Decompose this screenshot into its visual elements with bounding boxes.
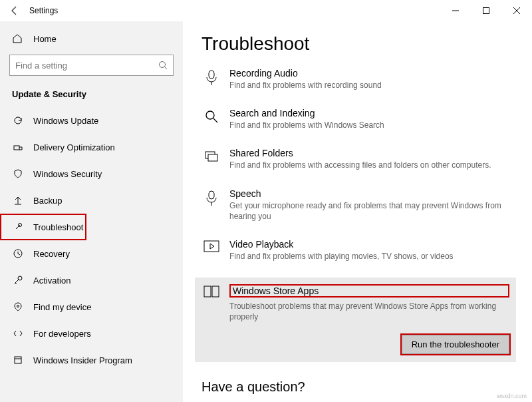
search-input[interactable] bbox=[15, 61, 158, 71]
troubleshooter-title: Search and Indexing bbox=[229, 108, 512, 118]
svg-rect-27 bbox=[212, 286, 219, 297]
insider-icon bbox=[12, 355, 24, 365]
content-area: Troubleshoot Recording Audio Find and fi… bbox=[183, 21, 532, 402]
troubleshooter-windows-store-apps[interactable]: Windows Store Apps Troubleshoot problems… bbox=[195, 278, 516, 361]
troubleshooter-speech[interactable]: Speech Get your microphone ready and fix… bbox=[201, 187, 512, 223]
troubleshooter-shared-folders[interactable]: Shared Folders Find and fix problems wit… bbox=[201, 146, 512, 172]
troubleshooter-recording-audio[interactable]: Recording Audio Find and fix problems wi… bbox=[201, 67, 512, 92]
svg-rect-23 bbox=[209, 191, 214, 199]
sidebar-item-backup[interactable]: Backup bbox=[0, 187, 183, 214]
svg-rect-26 bbox=[204, 286, 211, 297]
question-heading: Have a question? bbox=[201, 379, 512, 395]
troubleshooter-desc: Troubleshoot problems that may prevent W… bbox=[229, 301, 509, 322]
wrench-icon bbox=[12, 222, 24, 232]
search-icon bbox=[201, 109, 221, 124]
svg-point-4 bbox=[160, 62, 166, 68]
sidebar-item-label: Delivery Optimization bbox=[33, 142, 115, 152]
microphone-icon bbox=[201, 69, 221, 87]
folder-icon bbox=[201, 149, 221, 164]
troubleshooter-title: Windows Store Apps bbox=[229, 284, 509, 298]
sidebar-home-label: Home bbox=[33, 34, 57, 44]
shield-icon bbox=[12, 168, 24, 179]
minimize-button[interactable] bbox=[440, 0, 471, 21]
troubleshooter-desc: Find and fix problems with recording sou… bbox=[229, 80, 512, 91]
sidebar-item-activation[interactable]: Activation bbox=[0, 267, 183, 294]
location-icon bbox=[12, 302, 24, 312]
back-button[interactable] bbox=[9, 5, 23, 16]
svg-rect-17 bbox=[209, 71, 214, 79]
svg-rect-25 bbox=[204, 241, 219, 252]
svg-line-5 bbox=[165, 67, 168, 70]
search-icon bbox=[158, 61, 168, 70]
troubleshooter-title: Video Playback bbox=[229, 239, 512, 250]
watermark: wsxdn.com bbox=[497, 393, 527, 399]
window-title: Settings bbox=[29, 6, 58, 15]
troubleshooter-list: Recording Audio Find and fix problems wi… bbox=[201, 67, 512, 362]
key-icon bbox=[12, 275, 24, 286]
troubleshooter-desc: Find and fix problems with Windows Searc… bbox=[229, 120, 512, 130]
svg-line-20 bbox=[213, 118, 217, 122]
sidebar-item-troubleshoot[interactable]: Troubleshoot bbox=[0, 214, 86, 240]
maximize-button[interactable] bbox=[471, 0, 501, 21]
troubleshooter-desc: Get your microphone ready and fix proble… bbox=[229, 200, 512, 222]
sidebar-item-label: Find my device bbox=[33, 302, 91, 312]
troubleshooter-video-playback[interactable]: Video Playback Find and fix problems wit… bbox=[201, 238, 512, 263]
sidebar-item-find-device[interactable]: Find my device bbox=[0, 294, 183, 320]
home-icon bbox=[12, 33, 24, 44]
sidebar-item-label: Troubleshoot bbox=[33, 222, 83, 232]
apps-icon bbox=[201, 286, 221, 298]
sidebar-item-label: Activation bbox=[33, 276, 70, 286]
run-troubleshooter-button[interactable]: Run the troubleshooter bbox=[402, 335, 509, 354]
troubleshooter-title: Recording Audio bbox=[229, 68, 512, 79]
troubleshooter-search-indexing[interactable]: Search and Indexing Find and fix problem… bbox=[201, 106, 512, 132]
svg-rect-15 bbox=[15, 357, 21, 363]
troubleshooter-title: Shared Folders bbox=[229, 148, 512, 158]
sidebar-item-windows-update[interactable]: Windows Update bbox=[0, 107, 183, 134]
close-button[interactable] bbox=[501, 0, 532, 21]
sidebar-item-label: Backup bbox=[33, 196, 62, 206]
sidebar-section-header: Update & Security bbox=[0, 84, 183, 107]
svg-rect-22 bbox=[208, 154, 217, 161]
sidebar-item-insider[interactable]: Windows Insider Program bbox=[0, 347, 183, 373]
svg-point-19 bbox=[206, 111, 214, 119]
sidebar: Home Update & Security Windows Update De… bbox=[0, 21, 183, 402]
title-bar: Settings bbox=[0, 0, 532, 21]
microphone-icon bbox=[201, 190, 221, 207]
sidebar-item-recovery[interactable]: Recovery bbox=[0, 240, 183, 267]
sidebar-item-label: Windows Security bbox=[33, 169, 102, 179]
svg-rect-6 bbox=[14, 146, 19, 150]
window-controls bbox=[440, 0, 532, 21]
troubleshooter-desc: Find and fix problems with accessing fil… bbox=[229, 160, 512, 170]
search-box[interactable] bbox=[9, 55, 174, 76]
video-icon bbox=[201, 240, 221, 252]
sidebar-home[interactable]: Home bbox=[0, 25, 183, 52]
sidebar-item-label: For developers bbox=[33, 329, 91, 339]
recovery-icon bbox=[12, 248, 24, 259]
sidebar-item-label: Windows Insider Program bbox=[33, 355, 132, 365]
sidebar-item-for-developers[interactable]: For developers bbox=[0, 320, 183, 347]
svg-line-13 bbox=[15, 283, 17, 284]
svg-rect-1 bbox=[483, 8, 489, 14]
svg-point-14 bbox=[17, 305, 19, 307]
sidebar-item-delivery-optimization[interactable]: Delivery Optimization bbox=[0, 134, 183, 160]
sidebar-item-label: Windows Update bbox=[33, 116, 98, 126]
sync-icon bbox=[12, 115, 24, 126]
delivery-icon bbox=[12, 142, 24, 152]
code-icon bbox=[12, 328, 24, 339]
sidebar-item-label: Recovery bbox=[33, 249, 70, 259]
troubleshooter-desc: Find and fix problems with playing movie… bbox=[229, 251, 512, 262]
page-title: Troubleshoot bbox=[201, 33, 512, 55]
backup-icon bbox=[12, 195, 24, 206]
troubleshooter-title: Speech bbox=[229, 188, 512, 199]
sidebar-item-windows-security[interactable]: Windows Security bbox=[0, 160, 183, 187]
